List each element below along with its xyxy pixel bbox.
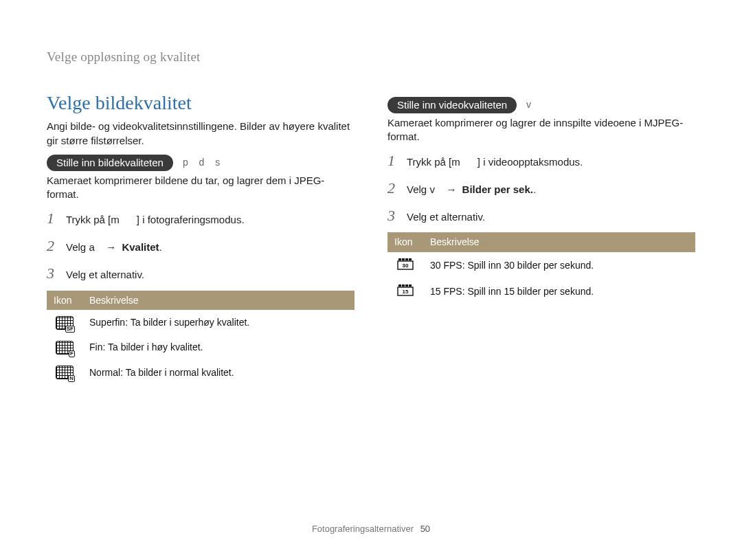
step-number: 2 (387, 178, 400, 199)
table-row: N Normal: Ta bilder i normal kvalitet. (47, 360, 355, 385)
svg-rect-3 (405, 258, 408, 260)
th-icon: Ikon (387, 232, 423, 252)
section-title: Velge bildekvalitet (47, 90, 355, 116)
step-number: 3 (47, 263, 59, 284)
fps-icon-30: 30 (387, 252, 423, 278)
mode-icons: p d s (183, 156, 224, 169)
th-desc: Beskrivelse (82, 291, 355, 311)
page: Velge oppløsning og kvalitet Velge bilde… (0, 0, 742, 385)
video-quality-intro: Kameraet komprimerer og lagrer de innspi… (387, 116, 695, 144)
step-number: 3 (387, 205, 400, 226)
image-quality-pill: Stille inn bildekvaliteten (47, 155, 173, 171)
left-column: Velge bildekvalitet Angi bilde- og video… (47, 90, 355, 385)
step-text: Velg a → Kvalitet. (66, 240, 162, 254)
svg-rect-4 (409, 258, 412, 260)
step-number: 2 (47, 236, 59, 256)
video-quality-steps: 1 Trykk på [m ] i videoopptaksmodus. 2 V… (387, 150, 695, 225)
footer-section: Fotograferingsalternativer (312, 524, 414, 534)
table-row: 30 30 FPS: Spill inn 30 bilder per sekun… (387, 252, 695, 278)
step-1: 1 Trykk på [m ] i fotograferingsmodus. (47, 208, 355, 229)
table-row: SF Superfin: Ta bilder i superhøy kvalit… (47, 310, 355, 335)
quality-icon-superfin: SF (47, 310, 82, 335)
step-1: 1 Trykk på [m ] i videoopptaksmodus. (387, 150, 695, 171)
table-row: F Fin: Ta bilder i høy kvalitet. (47, 335, 355, 360)
step-number: 1 (47, 208, 59, 229)
video-fps-table: Ikon Beskrivelse 30 30 FPS: Spill inn 30… (387, 232, 695, 304)
quality-icon-normal: N (47, 360, 82, 385)
step-2: 2 Velg v → Bilder per sek.. (387, 178, 695, 199)
cell-desc: 30 FPS: Spill inn 30 bilder per sekund. (423, 252, 695, 278)
step-text: Trykk på [m ] i fotograferingsmodus. (66, 213, 245, 227)
svg-text:15: 15 (403, 289, 409, 295)
th-desc: Beskrivelse (423, 232, 695, 252)
right-column: Stille inn videokvaliteten v Kameraet ko… (387, 90, 695, 385)
video-quality-pill: Stille inn videokvaliteten (387, 97, 517, 113)
step-text: Velg et alternativ. (66, 268, 144, 282)
quality-icon-fin: F (47, 335, 82, 360)
subheading-line: Stille inn bildekvaliteten p d s (47, 155, 355, 171)
mode-icons: v (526, 98, 535, 111)
table-row: 15 15 FPS: Spill inn 15 bilder per sekun… (387, 278, 695, 304)
image-quality-steps: 1 Trykk på [m ] i fotograferingsmodus. 2… (47, 208, 355, 283)
svg-rect-1 (398, 258, 401, 260)
page-footer: Fotograferingsalternativer 50 (0, 523, 742, 535)
cell-desc: Fin: Ta bilder i høy kvalitet. (82, 335, 355, 360)
cell-desc: Superfin: Ta bilder i superhøy kvalitet. (82, 310, 355, 335)
svg-rect-10 (409, 284, 412, 287)
fps-icon-15: 15 (387, 278, 423, 304)
step-text: Velg et alternativ. (407, 210, 485, 224)
svg-text:30: 30 (403, 262, 409, 269)
step-2: 2 Velg a → Kvalitet. (47, 236, 355, 256)
svg-rect-9 (405, 284, 408, 287)
step-number: 1 (387, 150, 400, 171)
page-number: 50 (420, 524, 430, 534)
svg-rect-7 (398, 284, 401, 287)
section-intro: Angi bilde- og videokvalitetsinnstilling… (47, 120, 355, 148)
cell-desc: 15 FPS: Spill inn 15 bilder per sekund. (423, 278, 695, 304)
subheading-line: Stille inn videokvaliteten v (387, 97, 695, 113)
columns: Velge bildekvalitet Angi bilde- og video… (47, 90, 695, 385)
breadcrumb: Velge oppløsning og kvalitet (47, 48, 695, 66)
svg-rect-8 (402, 284, 405, 287)
step-3: 3 Velg et alternativ. (47, 263, 355, 284)
image-quality-table: Ikon Beskrivelse SF Superfin: Ta bilder … (47, 291, 355, 385)
step-text: Trykk på [m ] i videoopptaksmodus. (407, 155, 583, 169)
cell-desc: Normal: Ta bilder i normal kvalitet. (82, 360, 355, 385)
step-3: 3 Velg et alternativ. (387, 205, 695, 226)
svg-rect-2 (402, 258, 405, 260)
th-icon: Ikon (47, 291, 82, 311)
step-text: Velg v → Bilder per sek.. (407, 183, 536, 197)
image-quality-intro: Kameraet komprimerer bildene du tar, og … (47, 174, 355, 202)
